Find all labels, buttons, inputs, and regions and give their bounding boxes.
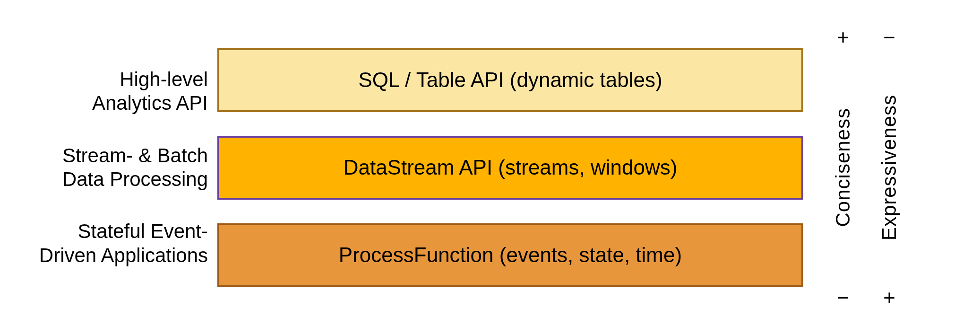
label-line: Data Processing (62, 168, 208, 190)
layer-text: DataStream API (streams, windows) (344, 156, 678, 179)
label-line: Stream- & Batch (62, 144, 208, 167)
axis-expressiveness: − Expressiveness + (878, 26, 901, 309)
label-line: High-level (120, 68, 208, 90)
layer-processfunction: ProcessFunction (events, state, time) (217, 223, 803, 287)
axis-label-conciseness: Conciseness (832, 108, 854, 227)
label-stateful-event-driven: Stateful Event- Driven Applications (19, 220, 208, 267)
layer-text: SQL / Table API (dynamic tables) (358, 68, 662, 92)
label-line: Stateful Event- (78, 220, 208, 242)
layer-text: ProcessFunction (events, state, time) (339, 243, 682, 267)
label-stream-batch: Stream- & Batch Data Processing (19, 144, 208, 192)
minus-sign: − (883, 26, 895, 49)
tradeoff-axes: + Conciseness − − Expressiveness + (832, 26, 901, 309)
category-labels-column: High-level Analytics API Stream- & Batch… (19, 68, 217, 267)
api-layers-column: SQL / Table API (dynamic tables) DataStr… (217, 48, 803, 287)
minus-sign: − (837, 286, 849, 309)
layer-datastream-api: DataStream API (streams, windows) (217, 136, 803, 200)
label-line: Driven Applications (39, 244, 208, 266)
axis-label-expressiveness: Expressiveness (878, 95, 901, 240)
plus-sign: + (883, 286, 895, 309)
plus-sign: + (837, 26, 849, 49)
layer-sql-table-api: SQL / Table API (dynamic tables) (217, 48, 803, 112)
label-line: Analytics API (92, 92, 208, 114)
label-high-level-analytics: High-level Analytics API (19, 68, 208, 115)
axis-conciseness: + Conciseness − (832, 26, 854, 309)
api-levels-diagram: High-level Analytics API Stream- & Batch… (0, 0, 980, 335)
